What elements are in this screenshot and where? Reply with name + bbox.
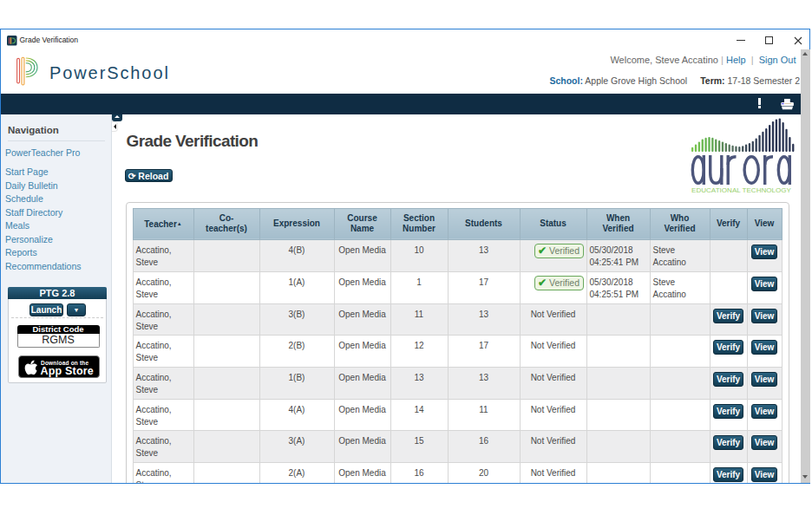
svg-text:EDUCATIONAL TECHNOLOGY: EDUCATIONAL TECHNOLOGY [691,186,792,194]
